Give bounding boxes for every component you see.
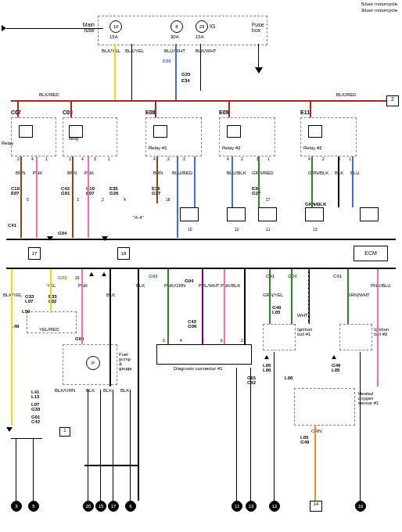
- g01-c42: G01C42: [31, 415, 40, 424]
- l06-label: L06: [285, 376, 293, 380]
- l05-g49-b: L05G49: [300, 435, 309, 444]
- c42-g01: C42G01: [61, 186, 70, 196]
- page-ref-2: 2: [386, 95, 399, 106]
- fan-1: [180, 207, 199, 221]
- blk-wht: BLK/WHT: [196, 49, 217, 53]
- fuel-pump-label: Fuelpump&gauge: [119, 352, 132, 371]
- grnwht-r: GRN/WHT: [347, 293, 370, 297]
- e20-label: E20: [163, 59, 171, 63]
- g33-l07: G33L07: [25, 294, 34, 304]
- e08-name: Relay #1: [149, 146, 167, 150]
- gnd-15: 15: [95, 501, 106, 512]
- blk-4: BLK: [120, 388, 129, 393]
- ign-coil-1-label: Ignitioncoil #1: [297, 327, 312, 336]
- ign-coil-2-label: Ignitioncoil #2: [374, 327, 389, 336]
- wht-label: WHT: [297, 313, 308, 318]
- pnk-lower: PNK: [78, 283, 88, 288]
- fan-3: [258, 207, 277, 221]
- wiring-diagram: 5door motorcycle 3door motorcycle Mainfu…: [0, 0, 402, 532]
- blk-3: BLK: [103, 388, 112, 393]
- c07-name: Relay: [2, 141, 13, 146]
- wire-f10-down: [114, 44, 116, 100]
- grnyel: GRN/YEL: [263, 293, 283, 297]
- gnd-20: 20: [83, 501, 94, 512]
- ign-coil-1: [263, 324, 296, 350]
- blk-yel-lower: BLK/YEL: [3, 293, 22, 297]
- w-grnred: GRN/RED: [252, 171, 274, 175]
- relay-c07: [11, 117, 56, 156]
- fuse-10-amp: 15A: [109, 34, 118, 39]
- input-arrow: [2, 25, 6, 31]
- diag-conn-label: Diagnosis connector #1: [174, 366, 223, 371]
- input-line: [6, 28, 103, 29]
- page-ref-1: 1: [59, 427, 70, 437]
- w-blublk: BLU/BLK: [227, 171, 246, 175]
- c42-g06: C42G06: [188, 319, 196, 329]
- gnd-3: 3: [11, 501, 22, 512]
- l50-label: L50: [22, 309, 30, 314]
- ecm-box: ECM: [354, 246, 388, 261]
- g04-mid: G04: [185, 279, 193, 283]
- bus-label-l: BLK/RED: [39, 92, 59, 97]
- g04-label: G04: [58, 231, 66, 235]
- pnkblu: PNK/BLU: [371, 283, 391, 288]
- main-fuse-label: Mainfuse: [74, 22, 95, 33]
- gnd-11: 11: [232, 501, 242, 512]
- g03-mid: G03: [149, 274, 157, 279]
- l41-l13: L41L13: [31, 390, 39, 399]
- fuse-23-amp: 15A: [196, 34, 204, 39]
- g03-label: G03: [58, 275, 66, 280]
- l05-l06: L05L06: [263, 363, 271, 372]
- legend-1: 5door motorcycle: [361, 2, 397, 6]
- gnd-13: 13: [246, 501, 257, 512]
- heated-o2-label: Heatedoxygensensor #1: [358, 391, 379, 405]
- blk-yel-l: BLK/YEL: [102, 49, 120, 53]
- g49-l05-2: G49L05: [332, 363, 340, 372]
- w-pnk-1: PNK: [33, 171, 42, 175]
- fuse-box: [98, 16, 267, 45]
- fan-2: [227, 207, 246, 221]
- c41-r2: C41: [333, 274, 342, 279]
- fuse-box-label: Fusebox: [252, 22, 264, 33]
- wire-f8-down: [175, 44, 177, 100]
- blkorn-1: BLK/ORN: [55, 388, 75, 393]
- gnd-12: 12: [269, 501, 280, 512]
- yelred: YEL/RED: [39, 327, 59, 332]
- fuse-gnd-line: [258, 44, 259, 67]
- g01-c42-2: G01C42: [247, 376, 256, 385]
- wire-f10b-down: [131, 44, 132, 100]
- ecm-bar-top: [6, 239, 396, 240]
- box-17: 17: [28, 247, 41, 260]
- box-18: 18: [117, 247, 130, 260]
- heated-o2: [294, 388, 355, 426]
- fuel-pump-p: P: [86, 356, 100, 370]
- w-pnk-2: PNK: [84, 171, 94, 175]
- gnd-16: 16: [355, 501, 366, 512]
- e34-label: E34: [181, 78, 190, 83]
- g49-l05: G49L05: [272, 305, 281, 315]
- wire-f23-down: [200, 44, 201, 91]
- ign-coil-2: [339, 324, 372, 350]
- e09-label: E09: [219, 110, 228, 115]
- c10-e07-l: C10E07: [11, 186, 20, 196]
- gnd-14: 14: [310, 501, 322, 512]
- fuse-8-amp: 30A: [170, 34, 179, 39]
- gnd-6: 6: [125, 501, 136, 512]
- w-blured: BLU/RED: [172, 171, 192, 175]
- grnblk2: GRN/BLK: [305, 202, 326, 207]
- e35-g26: E35G26: [109, 186, 118, 196]
- w-brn-3: BRN: [153, 171, 163, 175]
- e08-label: E08: [145, 110, 155, 115]
- e11-label: E11: [300, 110, 310, 115]
- fuse-8: 8: [170, 20, 183, 33]
- blk-yel-r: BLK/YEL: [125, 49, 144, 53]
- ground-fuse: [255, 67, 263, 74]
- gnd-17: 17: [108, 501, 119, 512]
- gnd-5: 5: [28, 501, 39, 512]
- e11-name: Relay #2: [303, 146, 322, 150]
- l07-g33: L07G33: [31, 402, 40, 412]
- diag-connector: [156, 344, 252, 365]
- g25-label: G25: [181, 72, 190, 77]
- legend-2: 3door motorcycle: [361, 8, 397, 13]
- fan-5: [360, 207, 379, 221]
